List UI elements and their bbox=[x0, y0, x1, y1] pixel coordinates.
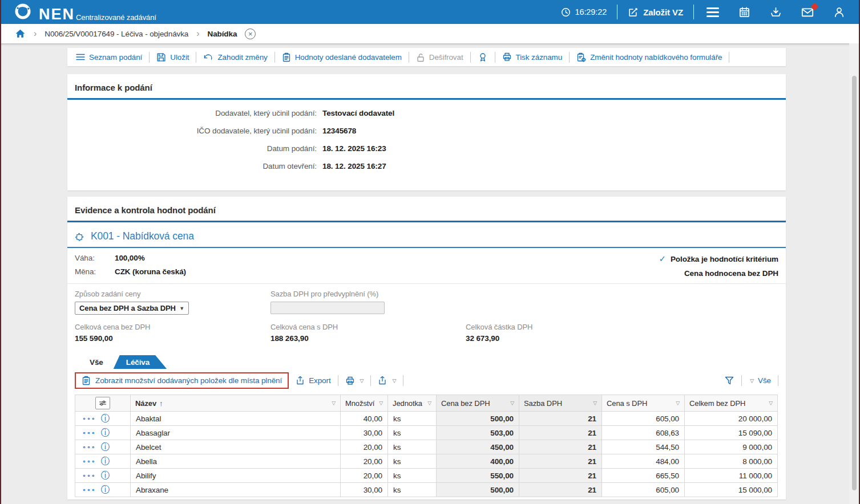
column-filter-icon[interactable]: ▽ bbox=[510, 400, 514, 406]
row-menu-icon[interactable]: ∘∘∘ bbox=[82, 429, 96, 437]
weight-label: Váha: bbox=[75, 254, 115, 262]
total-without-vat: Celková cena bez DPH 155 590,00 bbox=[75, 323, 270, 343]
cell-sazba-dph[interactable]: 21 bbox=[519, 440, 602, 454]
cell-sazba-dph[interactable]: 21 bbox=[519, 469, 602, 483]
column-header-cena-s-dph[interactable]: Cena s DPH▽ bbox=[602, 395, 685, 412]
toolbar-hodnoty-odeslane[interactable]: Hodnoty odeslané dodavatelem bbox=[275, 52, 409, 62]
cell-nazev[interactable]: Abella bbox=[131, 454, 341, 469]
toolbar-label: Změnit hodnoty nabídkového formuláře bbox=[590, 53, 722, 62]
cell-cena-bez-dph[interactable]: 400,00 bbox=[437, 454, 519, 469]
view-filter-dropdown[interactable]: ▽ Vše bbox=[742, 376, 778, 385]
check-icon: ✓ bbox=[659, 254, 665, 264]
download-tray-icon[interactable] bbox=[770, 6, 782, 18]
filter-button[interactable] bbox=[717, 376, 741, 385]
column-header-mnozstvi[interactable]: Množství▽ bbox=[341, 395, 388, 412]
breadcrumb-procurement[interactable]: N006/25/V00017649 - Léčiva - objednávka bbox=[45, 30, 188, 38]
toolbar-zahodit-zmeny[interactable]: Zahodit změny bbox=[196, 52, 274, 62]
puzzle-icon bbox=[75, 231, 86, 242]
cell-cena-bez-dph[interactable]: 500,00 bbox=[437, 483, 519, 497]
record-toolbar: Seznam podání Uložit Zahodit změny Hodno… bbox=[67, 48, 786, 66]
row-menu-icon[interactable]: ∘∘∘ bbox=[82, 415, 96, 422]
chevron-icon: › bbox=[196, 29, 199, 38]
cell-sazba-dph[interactable]: 21 bbox=[519, 412, 602, 426]
menu-icon[interactable] bbox=[706, 7, 719, 17]
create-vz-button[interactable]: Založit VZ bbox=[617, 7, 693, 18]
export-button[interactable]: Export bbox=[289, 376, 337, 385]
scrollbar-thumb[interactable] bbox=[852, 76, 857, 490]
field-supplier: Dodavatel, který učinil podání: Testovac… bbox=[67, 109, 786, 117]
price-mode-select[interactable]: Cena bez DPH a Sazba DPH ▼ bbox=[75, 302, 189, 315]
column-filter-icon[interactable]: ▽ bbox=[676, 400, 680, 406]
column-filter-icon[interactable]: ▽ bbox=[379, 400, 383, 406]
toolbar-seznam-podani[interactable]: Seznam podání bbox=[75, 53, 149, 62]
cell-nazev[interactable]: Abraxane bbox=[131, 483, 341, 497]
currency-label: Měna: bbox=[75, 267, 115, 276]
row-menu-icon[interactable]: ∘∘∘ bbox=[82, 458, 96, 465]
row-info-icon[interactable]: ⓘ bbox=[101, 485, 110, 494]
messages-icon[interactable] bbox=[801, 6, 814, 18]
row-info-icon[interactable]: ⓘ bbox=[101, 457, 110, 466]
row-menu-icon[interactable]: ∘∘∘ bbox=[82, 472, 96, 479]
cell-mnozstvi: 20,00 bbox=[341, 469, 388, 483]
cell-sazba-dph[interactable]: 21 bbox=[519, 454, 602, 469]
column-header-jednotka[interactable]: Jednotka▽ bbox=[388, 395, 437, 412]
print-menu-button[interactable]: ▽ bbox=[338, 376, 371, 385]
column-filter-icon[interactable]: ▽ bbox=[332, 400, 336, 406]
row-info-icon[interactable]: ⓘ bbox=[101, 428, 110, 437]
cell-nazev[interactable]: Abasaglar bbox=[131, 426, 341, 440]
calendar-icon[interactable] bbox=[738, 6, 750, 18]
row-info-icon[interactable]: ⓘ bbox=[101, 442, 110, 452]
close-tab-icon[interactable]: × bbox=[245, 29, 256, 39]
cell-celkem-bez-dph: 20 000,00 bbox=[685, 412, 778, 426]
vertical-scrollbar[interactable] bbox=[849, 43, 859, 504]
tab-leciva[interactable]: Léčiva bbox=[114, 355, 167, 369]
cell-mnozstvi: 20,00 bbox=[341, 440, 388, 454]
cell-nazev[interactable]: Abilify bbox=[131, 469, 341, 483]
toolbar-zmenit-hodnoty[interactable]: Změnit hodnoty nabídkového formuláře bbox=[570, 52, 729, 62]
cell-cena-bez-dph[interactable]: 550,00 bbox=[437, 469, 519, 483]
column-header-celkem-bez-dph[interactable]: Celkem bez DPH▽ bbox=[685, 395, 778, 412]
show-quantities-button[interactable]: Zobrazit množství dodávaných položek dle… bbox=[75, 372, 289, 389]
cell-sazba-dph[interactable]: 21 bbox=[519, 426, 602, 440]
vat-prefill-field: Sazba DPH pro předvyplnění (%) bbox=[270, 290, 466, 315]
cell-nazev[interactable]: Abaktal bbox=[131, 412, 341, 426]
user-icon[interactable] bbox=[833, 6, 845, 18]
cell-cena-bez-dph[interactable]: 503,00 bbox=[437, 426, 519, 440]
column-label: Jednotka bbox=[393, 399, 422, 408]
cell-cena-bez-dph[interactable]: 450,00 bbox=[437, 440, 519, 454]
vat-prefill-input[interactable] bbox=[270, 302, 385, 314]
column-header-nazev[interactable]: Název ↑ ▽ bbox=[131, 395, 341, 412]
row-actions-cell: ∘∘∘ ⓘ bbox=[75, 483, 131, 497]
column-header-sazba-dph[interactable]: Sazba DPH▽ bbox=[519, 395, 602, 412]
sort-asc-icon: ↑ bbox=[159, 399, 163, 408]
column-settings-icon[interactable] bbox=[95, 397, 110, 409]
toolbar-label: Hodnoty odeslané dodavatelem bbox=[295, 53, 402, 62]
row-info-icon[interactable]: ⓘ bbox=[101, 471, 110, 480]
tab-vse[interactable]: Vše bbox=[77, 355, 116, 369]
toolbar-label: Uložit bbox=[170, 53, 189, 62]
toolbar-tisk-zaznamu[interactable]: Tisk záznamu bbox=[495, 52, 570, 62]
column-filter-icon[interactable]: ▽ bbox=[593, 400, 597, 406]
app-brand[interactable]: NEN Centralizované zadávání bbox=[14, 2, 156, 22]
cell-sazba-dph[interactable]: 21 bbox=[519, 483, 602, 497]
column-label: Celkem bez DPH bbox=[689, 399, 745, 408]
cell-cena-bez-dph[interactable]: 500,00 bbox=[437, 412, 519, 426]
cell-nazev[interactable]: Abelcet bbox=[131, 440, 341, 454]
toolbar-desifrovat[interactable]: Dešifrovat bbox=[409, 52, 470, 62]
toolbar-award-icon[interactable] bbox=[471, 52, 495, 62]
total-value: 32 673,90 bbox=[466, 334, 778, 343]
share-menu-button[interactable]: ▽ bbox=[371, 376, 403, 385]
column-label: Název bbox=[135, 399, 156, 408]
column-filter-icon[interactable]: ▽ bbox=[769, 400, 773, 406]
column-header-cena-bez-dph[interactable]: Cena bez DPH▽ bbox=[437, 395, 519, 412]
cell-mnozstvi: 20,00 bbox=[341, 454, 388, 469]
toolbar-ulozit[interactable]: Uložit bbox=[150, 52, 196, 62]
home-icon[interactable] bbox=[15, 29, 26, 39]
row-info-icon[interactable]: ⓘ bbox=[101, 414, 110, 423]
toolbar-label: Seznam podání bbox=[89, 53, 142, 62]
row-menu-icon[interactable]: ∘∘∘ bbox=[82, 486, 96, 494]
total-label: Celková cena s DPH bbox=[270, 323, 466, 331]
column-filter-icon[interactable]: ▽ bbox=[427, 400, 431, 406]
table-row: ∘∘∘ ⓘ Abella 20,00 ks 400,00 21 484,00 8… bbox=[75, 454, 778, 469]
row-menu-icon[interactable]: ∘∘∘ bbox=[82, 444, 96, 451]
